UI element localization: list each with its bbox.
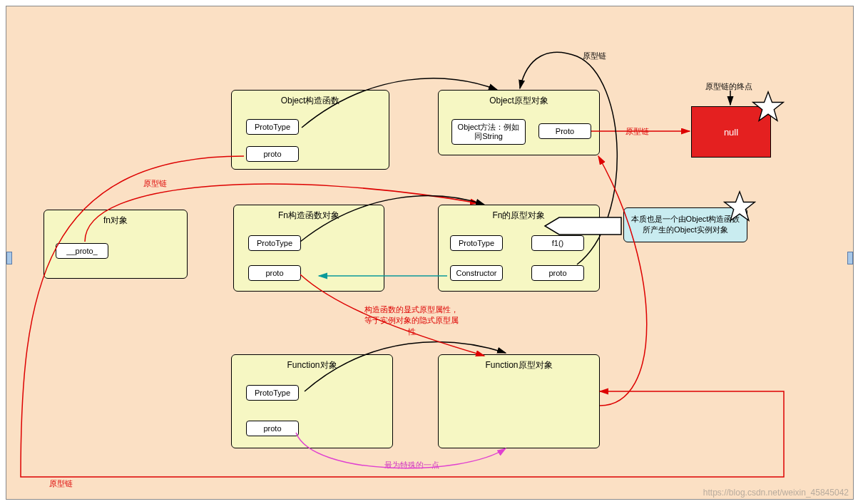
cell-prototype: ProtoType [450,235,503,251]
svg-marker-1 [725,192,755,220]
svg-marker-0 [753,92,783,120]
box-title: Fn构造函数对象 [234,205,384,229]
label-red-note: 构造函数的显式原型属性，等于实例对象的隐式原型属性 [362,304,461,337]
box-title: Object构造函数 [232,91,389,114]
cell-constructor: Constructor [450,265,503,281]
box-object-prototype[interactable]: Object原型对象 Object方法：例如同String Proto [438,90,600,155]
box-fn-instance[interactable]: fn对象 __proto_ [44,210,188,279]
watermark: https://blog.csdn.net/weixin_45845042 [703,488,849,498]
star-icon [752,91,785,123]
diagram-canvas: Object构造函数 ProtoType proto Object原型对象 Ob… [6,6,854,500]
cell-method: Object方法：例如同String [451,119,526,145]
box-object-constructor[interactable]: Object构造函数 ProtoType proto [231,90,389,170]
corner-bl [6,492,14,500]
box-fn-prototype[interactable]: Fn的原型对象 ProtoType f1() Constructor proto [438,205,600,292]
box-title: fn对象 [44,210,187,234]
box-title: Function原型对象 [439,355,599,379]
null-value: null [724,127,738,138]
label-pink-note: 最为特殊的一点 [384,460,439,470]
box-function-object[interactable]: Function对象 ProtoType proto [231,354,393,448]
resize-handle-right[interactable] [847,252,853,264]
cell-proto: Proto [538,123,591,139]
star-icon [723,190,756,223]
label-chain: 原型链 [625,126,649,137]
cell-proto: __proto_ [56,243,108,259]
cell-f1: f1() [531,235,584,251]
cell-prototype: ProtoType [246,385,299,401]
cell-proto: proto [246,421,299,436]
cell-prototype: ProtoType [248,235,301,251]
box-title: Function对象 [232,355,392,379]
cell-prototype: ProtoType [246,119,299,135]
label-null-caption: 原型链的终点 [705,81,752,92]
corner-tr [846,6,854,14]
box-fn-constructor[interactable]: Fn构造函数对象 ProtoType proto [233,205,384,292]
label-chain: 原型链 [583,51,606,61]
box-title: Object原型对象 [439,91,599,114]
cell-proto: proto [531,265,584,281]
label-chain: 原型链 [49,478,73,489]
cell-proto: proto [248,265,301,281]
label-chain: 原型链 [143,178,167,189]
corner-tl [6,6,14,14]
box-title: Fn的原型对象 [439,205,599,229]
box-function-prototype[interactable]: Function原型对象 [438,354,600,448]
cell-proto: proto [246,146,299,162]
resize-handle-left[interactable] [6,252,12,264]
